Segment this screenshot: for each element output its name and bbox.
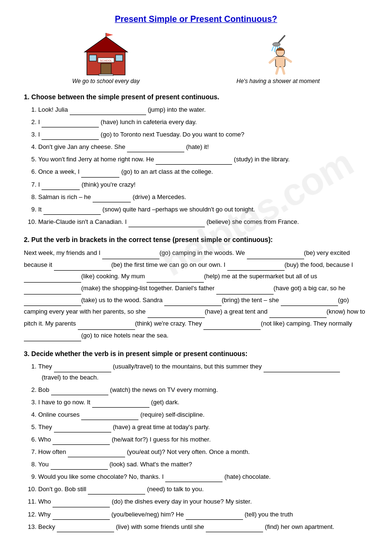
svg-line-10 [278,35,285,43]
svg-line-12 [272,46,274,51]
list-item: They (usually/travel) to the mountains, … [38,361,368,382]
blank [264,366,340,372]
blank [186,513,243,520]
blank [57,526,114,532]
svg-rect-3 [89,55,96,61]
list-item: Who (he/wait for?) I guess for his mothe… [38,434,368,445]
section2-title: 2. Put the verb in brackets in the corre… [24,236,368,243]
section3-title: 3. Decide whether the verb is in present… [24,350,368,358]
section3-list: They (usually/travel) to the mountains, … [38,361,368,532]
blank [164,299,222,306]
blank [203,323,261,330]
blank [247,253,304,259]
images-row: SCHOOL We go to school every day [24,33,368,84]
blank [102,253,159,259]
blank [127,146,184,152]
list-item: Look! Julia (jump) into the water. [38,105,368,115]
blank [81,413,138,420]
list-item: I (go) to Toronto next Tuesday. Do you w… [38,129,368,140]
list-item: Who (do) the dishes every day in your ho… [38,496,368,507]
blank [78,323,135,330]
blank [216,288,274,295]
list-item: I have to go now. It (get) dark. [38,397,368,408]
svg-text:SCHOOL: SCHOOL [100,59,112,62]
blank [93,196,131,202]
section2-paragraph: Next week, my friends and I (go) camping… [24,247,368,342]
caption-left: We go to school every day [72,78,139,84]
svg-point-11 [273,42,280,46]
list-item: I (have) lunch in cafeteria every day. [38,117,368,127]
shower-icon [256,33,299,76]
list-item: Bob (watch) the news on TV every morning… [38,385,368,395]
svg-rect-9 [99,74,113,76]
blank [281,299,338,306]
school-icon: SCHOOL [80,33,132,76]
blank [24,288,81,295]
list-item: Online courses (require) self-discipline… [38,410,368,420]
svg-rect-2 [101,63,111,75]
blank [51,463,108,470]
blank [147,276,204,283]
list-item: It (snow) quite hard –perhaps we shouldn… [38,204,368,215]
blank [68,451,125,457]
blank [54,426,111,432]
blank [54,264,111,271]
blank [53,513,110,520]
blank [53,501,110,507]
svg-rect-4 [116,55,123,61]
caption-right: He's having a shower at moment [236,78,319,84]
svg-rect-17 [275,56,285,67]
blank [148,311,205,318]
section1-title: 1. Choose between the simple present of … [24,93,368,101]
svg-line-13 [275,47,275,52]
list-item: Don't go. Bob still (need) to talk to yo… [38,484,368,495]
list-item: Once a week, I (go) to an art class at t… [38,167,368,177]
svg-marker-8 [106,33,113,37]
list-item: You won't find Jerry at home right now. … [38,154,368,165]
list-item: Salman is rich – he (drive) a Mercedes. [38,192,368,202]
list-item: How often (you/eat out)? Not very often.… [38,447,368,457]
svg-line-19 [285,58,291,62]
blank [92,401,149,408]
list-item: Becky (live) with some friends until she… [38,522,368,532]
list-item: I (think) you're crazy! [38,179,368,190]
list-item: Don't give Jan any cheese. She (hate) it… [38,142,368,152]
list-item: They (have) a great time at today's part… [38,422,368,432]
svg-line-21 [282,67,284,74]
list-item: Would you like some chocolate? No, thank… [38,472,368,482]
list-item: Marie-Claude isn't a Canadian. I (believ… [38,217,368,227]
blank [156,158,232,165]
list-item: You (look) sad. What's the matter? [38,459,368,470]
blank [227,264,285,271]
blank [24,276,81,283]
blank [24,335,81,341]
blank [43,208,101,215]
blank [128,221,205,227]
blank [54,366,111,372]
list-item: Why (you/believe/neg) him? He (tell) you… [38,509,368,520]
page-title: Present Simple or Present Continuous? [24,14,368,24]
svg-marker-1 [85,37,127,52]
blank [165,475,222,482]
section1-list: Look! Julia (jump) into the water. I (ha… [38,105,368,227]
blank [70,108,146,115]
svg-line-18 [270,58,275,63]
blank [24,299,81,306]
blank [81,171,119,178]
right-image-box: He's having a shower at moment [236,33,319,84]
blank [206,526,263,532]
blank [51,389,108,395]
blank [53,438,110,445]
blank [88,488,145,495]
left-image-box: SCHOOL We go to school every day [72,33,139,84]
svg-line-20 [276,67,278,74]
blank [42,133,99,140]
blank [42,121,99,127]
blank [42,183,80,190]
blank [269,311,327,318]
